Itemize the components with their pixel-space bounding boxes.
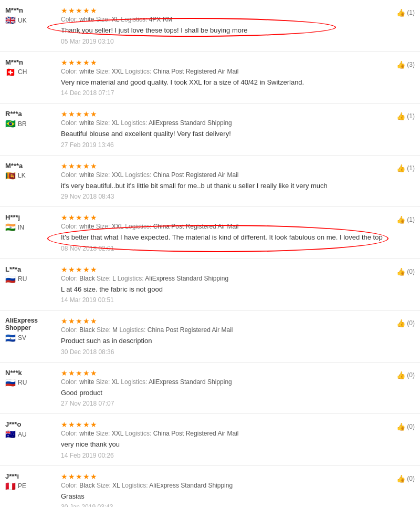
review-item: AliExpress Shopper 🇸🇻 SV ★★★★★ Color: Bl…: [0, 311, 420, 363]
size-label: Size:: [96, 119, 112, 127]
logistics-label: Logistics:: [121, 16, 149, 23]
helpful-col: 👍 (1): [388, 110, 415, 149]
flag-icon: 🇸🇻: [5, 333, 16, 343]
reviewer-col: L***a 🇷🇺 RU: [5, 265, 58, 304]
logistics-value: China Post Registered Air Mail: [153, 430, 239, 437]
thumb-icon: 👍: [396, 8, 405, 17]
review-text: very nice thank you: [61, 439, 388, 450]
color-value: white: [79, 171, 94, 179]
size-label: Size:: [96, 16, 112, 23]
review-content: ★★★★★ Color: white Size: XXL Logistics: …: [58, 58, 388, 97]
color-label: Color:: [61, 378, 79, 386]
helpful-button[interactable]: 👍 (1): [396, 8, 415, 17]
logistics-value: 4PX RM: [149, 16, 173, 23]
star-rating: ★★★★★: [61, 110, 388, 118]
country-code: RU: [18, 275, 27, 283]
helpful-button[interactable]: 👍 (0): [396, 319, 415, 327]
flag-icon: 🇵🇪: [5, 481, 16, 491]
reviewer-name: M***a: [5, 162, 58, 170]
country-code: BR: [18, 120, 27, 128]
review-content: ★★★★★ Color: white Size: XXL Logistics: …: [58, 162, 388, 201]
review-item: H***j 🇮🇳 IN ★★★★★ Color: white Size: XXL…: [0, 207, 420, 259]
star-rating: ★★★★★: [61, 265, 388, 274]
flag-icon: 🇱🇰: [5, 171, 16, 181]
helpful-count: (0): [407, 319, 415, 327]
helpful-col: 👍 (1): [388, 162, 415, 201]
review-meta: Color: white Size: XXL Logistics: China …: [61, 430, 388, 437]
size-value: XL: [112, 378, 119, 386]
reviewer-flag: 🇵🇪 PE: [5, 481, 58, 491]
color-value: white: [79, 378, 94, 386]
helpful-button[interactable]: 👍 (0): [396, 474, 415, 483]
helpful-button[interactable]: 👍 (1): [396, 215, 415, 224]
review-meta: Color: white Size: XL Logistics: AliExpr…: [61, 119, 388, 127]
review-date: 08 Nov 2018 02:01: [61, 245, 388, 252]
review-content: ★★★★★ Color: Black Size: M Logistics: Ch…: [58, 317, 388, 356]
helpful-button[interactable]: 👍 (0): [396, 422, 415, 431]
thumb-icon: 👍: [396, 164, 405, 172]
color-label: Color:: [61, 16, 79, 23]
review-content: ★★★★★ Color: white Size: XXL Logistics: …: [58, 420, 388, 459]
logistics-value: China Post Registered Air Mail: [153, 68, 239, 75]
reviewer-col: AliExpress Shopper 🇸🇻 SV: [5, 317, 58, 356]
logistics-label: Logistics:: [125, 68, 153, 75]
reviewer-name: L***a: [5, 265, 58, 273]
helpful-col: 👍 (3): [388, 58, 415, 97]
star-rating: ★★★★★: [61, 317, 388, 325]
review-meta: Color: Black Size: M Logistics: China Po…: [61, 326, 388, 334]
size-label: Size:: [96, 68, 112, 75]
color-label: Color:: [61, 223, 79, 230]
color-label: Color:: [61, 482, 79, 489]
helpful-button[interactable]: 👍 (3): [396, 60, 415, 69]
reviewer-flag: 🇦🇺 AU: [5, 429, 58, 439]
color-label: Color:: [61, 119, 79, 127]
reviewer-flag: 🇱🇰 LK: [5, 171, 58, 181]
review-date: 14 Dec 2018 07:17: [61, 89, 388, 97]
reviewer-flag: 🇷🇺 RU: [5, 378, 58, 388]
flag-icon: 🇷🇺: [5, 274, 16, 284]
helpful-col: 👍 (0): [388, 472, 415, 508]
review-meta: Color: white Size: XXL Logistics: China …: [61, 223, 388, 230]
review-item: L***a 🇷🇺 RU ★★★★★ Color: Black Size: L L…: [0, 259, 420, 311]
helpful-button[interactable]: 👍 (1): [396, 164, 415, 172]
helpful-count: (3): [407, 61, 415, 68]
review-date: 27 Feb 2019 13:46: [61, 141, 388, 149]
color-label: Color:: [61, 430, 79, 437]
reviewer-name: R***a: [5, 110, 58, 118]
flag-icon: 🇬🇧: [5, 15, 16, 25]
size-label: Size:: [96, 223, 112, 230]
reviewer-flag: 🇬🇧 UK: [5, 15, 58, 25]
reviewer-col: J***i 🇵🇪 PE: [5, 472, 58, 508]
thumb-icon: 👍: [396, 215, 405, 224]
reviewer-col: M***n 🇬🇧 UK: [5, 6, 58, 45]
color-value: white: [79, 119, 94, 127]
helpful-button[interactable]: 👍 (0): [396, 267, 415, 276]
size-value: XL: [112, 482, 120, 489]
logistics-label: Logistics:: [125, 223, 153, 230]
country-code: RU: [18, 379, 27, 386]
review-item: M***a 🇱🇰 LK ★★★★★ Color: white Size: XXL…: [0, 156, 420, 208]
helpful-button[interactable]: 👍 (1): [396, 112, 415, 120]
color-value: Black: [79, 326, 94, 334]
flag-icon: 🇮🇳: [5, 222, 16, 232]
logistics-value: AliExpress Standard Shipping: [149, 119, 232, 127]
reviewer-name: J***i: [5, 472, 58, 480]
star-rating: ★★★★★: [61, 162, 388, 170]
review-text: Beautiful blouse and excellent quality! …: [61, 129, 388, 139]
reviewer-flag: 🇮🇳 IN: [5, 222, 58, 232]
review-item: J***i 🇵🇪 PE ★★★★★ Color: Black Size: XL …: [0, 466, 420, 508]
helpful-col: 👍 (0): [388, 317, 415, 356]
color-value: white: [79, 430, 94, 437]
review-item: M***n 🇨🇭 CH ★★★★★ Color: white Size: XXL…: [0, 52, 420, 104]
color-label: Color:: [61, 275, 79, 282]
helpful-button[interactable]: 👍 (0): [396, 371, 415, 379]
country-code: LK: [18, 172, 26, 179]
helpful-col: 👍 (0): [388, 420, 415, 459]
logistics-label: Logistics:: [118, 275, 145, 282]
logistics-value: AliExpress Standard Shipping: [145, 275, 228, 282]
color-value: Black: [79, 275, 94, 282]
review-meta: Color: white Size: XL Logistics: AliExpr…: [61, 378, 388, 386]
helpful-count: (0): [407, 423, 415, 430]
review-item: R***a 🇧🇷 BR ★★★★★ Color: white Size: XL …: [0, 104, 420, 156]
review-content: ★★★★★ Color: Black Size: L Logistics: Al…: [58, 265, 388, 304]
